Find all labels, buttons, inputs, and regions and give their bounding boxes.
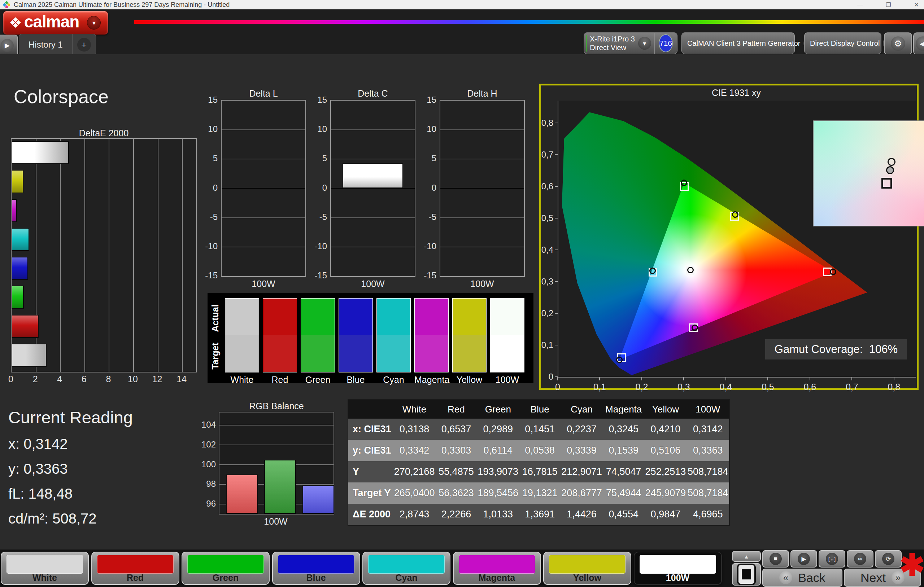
- panel-up-button[interactable]: ▲: [732, 551, 761, 562]
- advance-button[interactable]: [↔]: [818, 550, 845, 567]
- alert-asterisk-icon[interactable]: ✱: [899, 548, 924, 583]
- back-button-label: Back: [798, 571, 825, 585]
- meter-label: X-Rite i1Pro 3 Direct View: [590, 35, 635, 52]
- delta-l-chart: Delta L151050-5-10-15100W: [200, 88, 309, 292]
- inset-circle-marker-1: [886, 166, 894, 174]
- pattern-button-red[interactable]: Red: [91, 552, 179, 585]
- display-pattern-window-button[interactable]: [732, 563, 761, 585]
- table-cell: 1,0133: [477, 504, 519, 525]
- display-window-icon: [737, 564, 756, 585]
- calman-app-window: Calman 2025 Calman Ultimate for Business…: [0, 0, 924, 587]
- y-tick-label: -15: [310, 270, 327, 281]
- title-bar: Calman 2025 Calman Ultimate for Business…: [0, 0, 924, 9]
- minimize-icon[interactable]: —: [857, 2, 863, 8]
- target-swatch: [414, 335, 449, 372]
- swatch-label: Magenta: [414, 375, 449, 385]
- zero-line: [222, 188, 305, 189]
- pattern-button-blue[interactable]: Blue: [272, 552, 360, 585]
- collapse-panel-button[interactable]: ◀: [913, 33, 924, 55]
- target-swatch: [376, 335, 411, 372]
- meter-chevron-down-icon[interactable]: ▼: [638, 37, 651, 50]
- reading-cdm2-label: cd/m²:: [8, 511, 48, 526]
- gridline: [84, 139, 85, 372]
- pattern-swatch: [7, 555, 83, 574]
- add-tab-button[interactable]: +: [73, 38, 96, 51]
- calman-menu-chevron-icon[interactable]: ▼: [87, 16, 101, 30]
- whitepoint-inset: [813, 120, 924, 227]
- table-cell: 1,3691: [519, 504, 560, 525]
- table-cell: 0,1539: [603, 440, 644, 461]
- gridline: [133, 139, 134, 372]
- close-icon[interactable]: ✕: [914, 2, 919, 8]
- y-tick-label: 15: [201, 95, 218, 105]
- calman-menu-button[interactable]: ❖ calman ▼: [3, 11, 108, 35]
- reading-y: y: 0,3363: [8, 461, 133, 477]
- rgb-balance-x-label: 100W: [219, 516, 333, 527]
- app-bar: ❖ calman ▼ ▶ History 1 + X-Rite i1Pro 3 …: [0, 9, 924, 54]
- back-button[interactable]: « Back: [762, 569, 842, 587]
- row-label: ΔE 2000: [348, 504, 393, 525]
- continuous-button[interactable]: ∞: [847, 550, 873, 567]
- pattern-generator-dropdown[interactable]: CalMAN Client 3 Pattern Generator ▼: [681, 33, 795, 54]
- y-tick-label: 98: [199, 479, 216, 489]
- pattern-button-magenta[interactable]: Magenta: [453, 552, 541, 585]
- gridline: [219, 445, 333, 445]
- rgb-bar-green: [264, 460, 296, 514]
- row-label: y: CIE31: [348, 440, 393, 461]
- table-cell: 0,3245: [603, 419, 644, 440]
- table-cell: 245,9079: [644, 482, 686, 504]
- tab-history-1[interactable]: History 1: [19, 39, 72, 50]
- y-tick-label: -5: [420, 212, 436, 222]
- gamut-coverage-annotation: Gamut Coverage: 106%: [765, 339, 907, 360]
- play-icon: ▶: [798, 553, 810, 565]
- actual-swatch: [225, 298, 259, 335]
- play-button[interactable]: ▶: [790, 550, 817, 567]
- display-control-dropdown[interactable]: Direct Display Control ▼: [804, 33, 881, 54]
- target-swatch: [225, 335, 259, 372]
- target-swatch: [338, 335, 373, 372]
- gridline: [222, 247, 305, 247]
- y-tick-label: -15: [201, 270, 218, 281]
- table-cell: 0,3138: [393, 419, 435, 440]
- pattern-button-yellow[interactable]: Yellow: [543, 552, 631, 585]
- table-cell: 0,3342: [393, 440, 435, 461]
- table-cell: 55,4875: [436, 461, 477, 482]
- table-row: y: CIE310,33420,33030,61140,05380,33390,…: [348, 440, 729, 461]
- table-cell: 2,2266: [436, 504, 477, 525]
- table-cell: 265,0400: [393, 482, 435, 504]
- pattern-button-white[interactable]: White: [1, 552, 89, 585]
- stop-button[interactable]: ■: [762, 550, 789, 567]
- x-tick-label: 0,6: [804, 382, 816, 392]
- cie1931-panel: CIE 1931 xy Gamut Coverage: 106% 00,10,2…: [539, 84, 919, 390]
- pattern-button-cyan[interactable]: Cyan: [362, 552, 450, 585]
- loop-button[interactable]: ⟳: [875, 550, 902, 567]
- meter-badge[interactable]: 716: [659, 34, 673, 52]
- settings-button[interactable]: ⚙: [884, 33, 912, 55]
- x-tick-label: 0: [555, 382, 560, 392]
- actual-marker-blue: [616, 357, 623, 363]
- target-swatch: [452, 335, 487, 372]
- table-cell: 193,9073: [477, 461, 519, 482]
- pattern-button-label: Red: [92, 572, 179, 583]
- bottom-pattern-bar: ▲ ■▶[↔]∞⟳ « Back Next » ✱ WhiteRedGreenB…: [0, 549, 924, 587]
- display-control-label: Direct Display Control: [810, 39, 879, 48]
- reading-x: x: 0,3142: [8, 436, 133, 452]
- actual-marker-green: [681, 179, 687, 186]
- restore-icon[interactable]: ❐: [886, 2, 891, 8]
- pattern-button-green[interactable]: Green: [182, 552, 270, 585]
- app-logo-icon: [3, 1, 10, 8]
- layout-expander-button[interactable]: ▶: [0, 35, 18, 56]
- table-cell: 0,3363: [687, 440, 729, 461]
- table-header-cell: Blue: [519, 400, 560, 419]
- table-header-cell: Cyan: [561, 400, 603, 419]
- y-tick-label: 100: [199, 459, 216, 469]
- pattern-button-100w[interactable]: 100W: [634, 552, 722, 585]
- table-header-cell: 100W: [687, 400, 729, 419]
- meter-dropdown[interactable]: X-Rite i1Pro 3 Direct View ▼ 716: [584, 33, 678, 54]
- inset-square-marker-2: [881, 178, 892, 189]
- table-cell: 4,6965: [687, 504, 729, 525]
- plus-icon: +: [77, 38, 91, 51]
- y-tick-label: 5: [310, 153, 327, 163]
- pattern-swatch: [278, 555, 355, 574]
- table-cell: 74,5047: [603, 461, 644, 482]
